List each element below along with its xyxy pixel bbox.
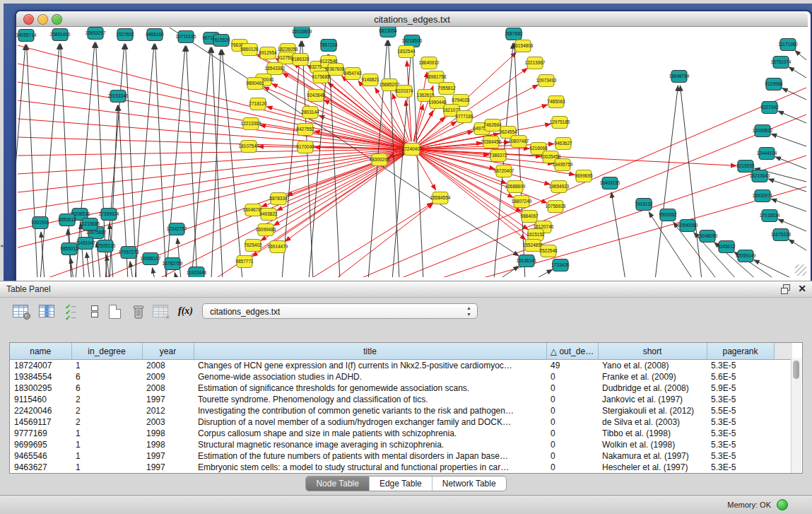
table-cell[interactable]: 2003 xyxy=(142,416,194,428)
table-cell[interactable]: 5.3E-5 xyxy=(707,428,774,439)
table-cell[interactable]: Disruption of a novel member of a sodium… xyxy=(194,416,546,428)
table-cell[interactable]: Embryonic stem cells: a model to study s… xyxy=(194,462,546,473)
tab-edge-table[interactable]: Edge Table xyxy=(370,477,433,491)
table-cell[interactable]: 2009 xyxy=(142,371,194,382)
table-cell[interactable]: Franke et al. (2009) xyxy=(598,371,707,382)
table-cell[interactable]: 22420046 xyxy=(10,405,71,416)
table-cell[interactable]: 5.6E-5 xyxy=(707,371,774,382)
table-cell[interactable]: 0 xyxy=(546,382,598,394)
network-window-titlebar[interactable]: citations_edges.txt xyxy=(16,11,808,27)
table-cell[interactable]: Changes of HCN gene expression and I(f) … xyxy=(194,360,546,372)
table-cell[interactable]: Estimation of significance thresholds fo… xyxy=(194,382,546,394)
table-cell[interactable]: 6 xyxy=(71,382,142,394)
table-cell[interactable]: 5.3E-5 xyxy=(707,394,774,405)
column-header-name[interactable]: name xyxy=(10,343,71,360)
table-cell[interactable]: 2 xyxy=(71,394,142,405)
window-resize-grip[interactable] xyxy=(795,264,806,276)
table-cell[interactable]: Tibbo et al. (1998) xyxy=(598,428,707,439)
table-cell[interactable]: 0 xyxy=(546,371,598,382)
table-cell[interactable]: 2008 xyxy=(142,382,194,394)
table-cell[interactable]: 49 xyxy=(546,360,598,372)
tab-node-table[interactable]: Node Table xyxy=(306,477,370,491)
table-cell[interactable]: 9699695 xyxy=(10,439,71,450)
table-cell[interactable]: Estimation of the future numbers of pati… xyxy=(194,450,546,462)
table-cell[interactable]: Investigating the contribution of common… xyxy=(194,405,546,416)
column-header-pagerank[interactable]: pagerank xyxy=(707,343,774,360)
table-row[interactable]: 977716911998Corpus callosum shape and si… xyxy=(10,428,792,439)
table-cell[interactable]: 5.9E-5 xyxy=(707,382,774,394)
graph-canvas[interactable]: 1724040714055714208914061065325715276026… xyxy=(16,27,808,277)
table-cell[interactable]: 2008 xyxy=(142,360,194,372)
show-column-icon[interactable] xyxy=(39,305,54,317)
table-cell[interactable]: 0 xyxy=(546,416,598,428)
row-height-icon[interactable] xyxy=(89,305,99,319)
function-builder-icon[interactable]: f(x) xyxy=(178,305,193,317)
table-cell[interactable]: 1 xyxy=(71,360,142,372)
table-select-dropdown[interactable]: citations_edges.txt ▲▼ xyxy=(202,303,478,319)
column-header-year[interactable]: year xyxy=(142,343,194,360)
table-cell[interactable]: 5.3E-5 xyxy=(707,462,774,473)
table-cell[interactable]: Dudbridge et al. (2008) xyxy=(598,382,707,394)
table-cell[interactable]: 2 xyxy=(71,405,142,416)
table-cell[interactable]: 0 xyxy=(546,439,598,450)
table-cell[interactable]: 1998 xyxy=(142,428,194,439)
table-cell[interactable]: 1 xyxy=(71,462,142,473)
table-cell[interactable]: 9115460 xyxy=(10,394,71,405)
table-cell[interactable]: 5.3E-5 xyxy=(707,360,774,372)
table-cell[interactable]: 1 xyxy=(71,439,142,450)
table-cell[interactable]: Corpus callosum shape and size in male p… xyxy=(194,428,546,439)
table-cell[interactable]: 2012 xyxy=(142,405,194,416)
table-cell[interactable]: 0 xyxy=(546,405,598,416)
table-cell[interactable]: 5.3E-5 xyxy=(707,450,774,462)
panel-collapse-arrow-icon[interactable]: ◂ xyxy=(0,243,3,249)
table-cell[interactable]: 9463627 xyxy=(10,462,71,473)
table-cell[interactable]: Yano et al. (2008) xyxy=(598,360,707,372)
table-cell[interactable]: Genome-wide association studies in ADHD. xyxy=(194,371,546,382)
table-row[interactable]: 969969511998Structural magnetic resonanc… xyxy=(10,439,792,450)
table-row[interactable]: 2242004622012Investigating the contribut… xyxy=(10,405,792,416)
table-panel-header[interactable]: Table Panel ✕ xyxy=(0,281,812,298)
table-row[interactable]: 1938455462009Genome-wide association stu… xyxy=(10,371,792,382)
delete-table-icon[interactable] xyxy=(131,305,146,323)
table-cell[interactable]: Jankovic et al. (1997) xyxy=(598,394,707,405)
table-cell[interactable]: 19384554 xyxy=(10,371,71,382)
table-cell[interactable]: Hescheler et al. (1997) xyxy=(598,462,707,473)
table-cell[interactable]: de Silva et al. (2003) xyxy=(598,416,707,428)
table-cell[interactable]: 0 xyxy=(546,450,598,462)
table-cell[interactable]: 5.3E-5 xyxy=(707,416,774,428)
table-cell[interactable]: 5.3E-5 xyxy=(707,439,774,450)
table-cell[interactable]: 2 xyxy=(71,416,142,428)
table-cell[interactable]: 0 xyxy=(546,394,598,405)
table-row[interactable]: 946362711997Embryonic stem cells: a mode… xyxy=(10,462,792,473)
table-cell[interactable]: 14569117 xyxy=(10,416,71,428)
table-cell[interactable]: 0 xyxy=(546,462,598,473)
close-panel-icon[interactable]: ✕ xyxy=(798,283,806,294)
table-cell[interactable]: 1 xyxy=(71,428,142,439)
column-header-title[interactable]: title xyxy=(194,343,546,360)
network-view[interactable]: 1724040714055714208914061065325715276026… xyxy=(16,27,808,277)
column-header-short[interactable]: short xyxy=(598,343,707,360)
table-row[interactable]: 946554611997Estimation of the future num… xyxy=(10,450,792,462)
table-cell[interactable]: 1 xyxy=(71,450,142,462)
table-cell[interactable]: 9465546 xyxy=(10,450,71,462)
new-table-icon[interactable] xyxy=(109,305,121,319)
table-row[interactable]: 1872400712008Changes of HCN gene express… xyxy=(10,360,792,372)
column-header-out_de[interactable]: △ out_de… xyxy=(546,343,598,360)
table-scrollbar-thumb[interactable] xyxy=(793,361,799,379)
column-header-in_degree[interactable]: in_degree xyxy=(71,343,142,360)
table-cell[interactable]: 1998 xyxy=(142,439,194,450)
table-cell[interactable]: 1997 xyxy=(142,450,194,462)
select-mode-icon[interactable]: ✓─✓─✓─ xyxy=(65,304,76,321)
table-cell[interactable]: 6 xyxy=(71,371,142,382)
table-row[interactable]: 1456911722003Disruption of a novel membe… xyxy=(10,416,792,428)
table-cell[interactable]: 18724007 xyxy=(10,360,71,372)
tab-network-table[interactable]: Network Table xyxy=(433,477,506,491)
table-row[interactable]: 911546021997Tourette syndrome. Phenomeno… xyxy=(10,394,792,405)
table-cell[interactable]: Nakamura et al. (1997) xyxy=(598,450,707,462)
float-panel-icon[interactable] xyxy=(781,284,791,293)
table-cell[interactable]: 18300295 xyxy=(10,382,71,394)
table-cell[interactable]: 1997 xyxy=(142,394,194,405)
table-cell[interactable]: Tourette syndrome. Phenomenology and cla… xyxy=(194,394,546,405)
memory-status-icon[interactable] xyxy=(777,499,788,510)
table-cell[interactable]: 5.5E-5 xyxy=(707,405,774,416)
